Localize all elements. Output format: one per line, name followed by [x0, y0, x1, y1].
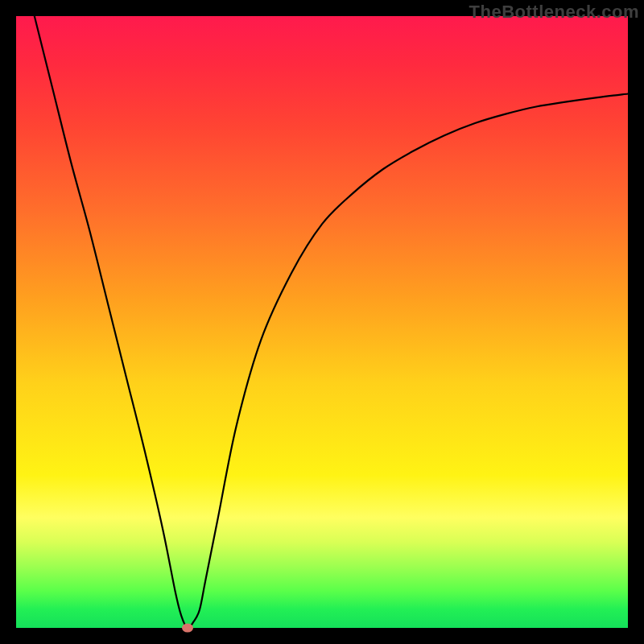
minimum-marker — [182, 624, 193, 633]
chart-frame — [16, 16, 628, 628]
bottleneck-curve — [16, 16, 628, 628]
watermark-text: TheBottleneck.com — [469, 2, 639, 23]
